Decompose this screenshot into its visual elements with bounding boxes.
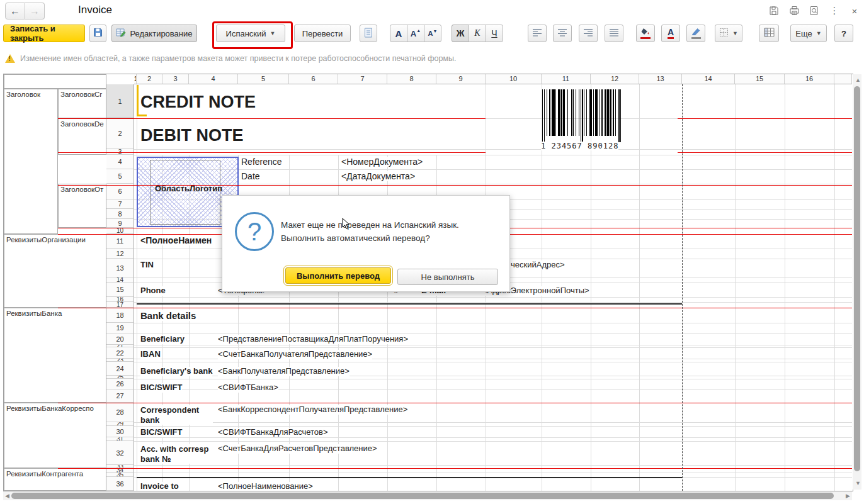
row-header[interactable]: 4 [106,155,134,169]
fill-color-button[interactable] [636,25,655,42]
cell-text[interactable]: <ПолноеНаименование> [218,482,313,491]
row-header[interactable]: 9 [106,219,134,228]
kebab-icon[interactable]: ⋮ [827,4,841,17]
column-header[interactable]: 13 [639,74,682,84]
font-color-button[interactable]: A [661,25,680,42]
row-header[interactable]: 18 [106,308,134,323]
column-header[interactable]: 8 [387,74,436,84]
area-name-РеквизитыБанка[interactable]: РеквизитыБанка [4,308,106,403]
row-header[interactable]: 10 [106,228,134,234]
highlight-button[interactable] [686,25,705,42]
edit-toggle-button[interactable]: Редактирование [111,25,197,42]
row-header[interactable]: 27 [106,389,134,403]
back-button[interactable]: ← [5,3,25,20]
row-header[interactable]: 34 [106,468,134,473]
translate-button[interactable]: Перевести [294,25,351,42]
help-button[interactable]: ? [834,25,853,42]
row-header[interactable]: 12 [106,249,134,259]
row-header[interactable]: 16 [106,297,134,302]
more-dropdown[interactable]: Еще▼ [790,25,827,42]
column-header[interactable]: 3 [162,74,189,84]
cell-text[interactable]: CREDIT NOTE [140,92,256,112]
row-header[interactable]: 17 [106,302,134,308]
horizontal-scrollbar[interactable]: ◀ ▶ [3,491,852,500]
area-name-Заголовок[interactable]: Заголовок [4,89,58,234]
cell-text[interactable]: Acc. with corresp bank № [140,444,216,464]
row-header[interactable]: 22 [106,347,134,359]
cell-text[interactable]: Phone [140,286,166,296]
cell-text[interactable]: <ПолноеНаимен [140,235,212,245]
perform-translation-button[interactable]: Выполнить перевод [285,267,391,284]
align-center-button[interactable] [553,25,572,42]
row-header[interactable]: 28 [106,403,134,422]
forward-button[interactable]: → [25,3,45,20]
scroll-down-icon[interactable]: ▼ [855,481,861,486]
save-icon[interactable] [767,4,781,17]
row-header[interactable]: 35 [106,473,134,477]
row-header[interactable]: 6 [106,184,134,199]
row-header[interactable]: 8 [106,209,134,219]
column-header[interactable]: 2 [137,74,162,84]
save-and-close-button[interactable]: Записать и закрыть [3,25,85,42]
named-areas-button[interactable] [759,25,779,42]
horizontal-scrollbar-thumb[interactable] [11,493,834,499]
cell-text[interactable]: ческийАдрес> [511,260,565,270]
do-not-perform-button[interactable]: Не выполнять [397,269,498,285]
cell-text[interactable]: <СВИФТБанкаДляРасчетов> [218,428,328,437]
column-header[interactable]: 9 [436,74,486,84]
cell-text[interactable]: Correspondent bank [140,405,213,425]
cell-text[interactable]: Beneficiary's bank [140,367,212,376]
preview-icon[interactable] [807,4,821,17]
column-header[interactable]: 4 [189,74,238,84]
column-header[interactable] [834,74,852,84]
cell-text[interactable]: DEBIT NOTE [140,126,244,145]
cell-text[interactable]: <БанкПолучателяПредставление> [218,367,350,376]
subarea-name-ЗаголовокCr[interactable]: ЗаголовокCr [58,89,106,118]
area-name-РеквизитыБанкаКорреспо[interactable]: РеквизитыБанкаКорреспо [4,403,106,468]
column-header[interactable]: 5 [238,74,289,84]
print-icon[interactable] [787,4,801,17]
row-header[interactable]: 20 [106,333,134,345]
cell-text[interactable]: <НомерДокумента> [341,157,423,167]
cell-text[interactable]: <ДатаДокумента> [341,171,415,181]
column-header[interactable]: 6 [289,74,338,84]
row-header[interactable]: 30 [106,426,134,437]
close-icon[interactable]: × [848,4,861,17]
italic-button[interactable]: К [469,25,486,42]
row-header[interactable]: 19 [106,323,134,333]
row-header[interactable]: 24 [106,362,134,376]
cell-text[interactable]: Invoice to [140,482,179,491]
align-right-button[interactable] [579,25,598,42]
column-header[interactable]: 7 [338,74,387,84]
cell-text[interactable]: Date [241,171,260,181]
column-header[interactable]: 16 [785,74,834,84]
cell-text[interactable]: <СчетБанкаДляРасчетовПредставление> [218,444,377,454]
row-header[interactable]: 5 [106,169,134,184]
column-header[interactable]: 12 [591,74,639,84]
cell-text[interactable]: <БанкКорреспондентПолучателяПредставлени… [218,405,407,415]
row-header[interactable]: 36 [106,477,134,491]
cell-text[interactable]: <ПредставлениеПоставщикаДляПлатПоручения… [218,335,408,344]
subarea-name-ЗаголовокОт[interactable]: ЗаголовокОт [58,184,106,228]
font-decrease-button[interactable]: А▼ [424,25,441,42]
row-header[interactable]: 2 [106,118,134,149]
subarea-name-ЗаголовокDe[interactable]: ЗаголовокDe [58,118,106,155]
scroll-up-icon[interactable]: ▲ [855,77,861,83]
row-header[interactable]: 15 [106,283,134,297]
cell-text[interactable]: Reference [241,157,282,167]
area-name-РеквизитыОрганизации[interactable]: РеквизитыОрганизации [4,234,106,308]
column-header[interactable]: 15 [735,74,785,84]
bold-button[interactable]: Ж [452,25,469,42]
cell-text[interactable]: Beneficiary [140,335,185,344]
cell-text[interactable]: IBAN [140,350,161,359]
cell-text[interactable]: <СчетБанкаПолучателяПредставление> [218,350,372,359]
font-increase-button[interactable]: А▲ [407,25,424,42]
cell-text[interactable]: TIN [140,260,154,270]
align-justify-button[interactable] [605,25,623,42]
row-header[interactable]: 13 [106,259,134,277]
save-button[interactable] [89,25,106,42]
area-name-РеквизитыКонтрагента[interactable]: РеквизитыКонтрагента [4,468,106,491]
cell-text[interactable]: <СВИФТБанка> [218,383,278,393]
vertical-scrollbar-thumb[interactable] [854,86,860,471]
cell-text[interactable]: BIC/SWIFT [140,383,182,393]
